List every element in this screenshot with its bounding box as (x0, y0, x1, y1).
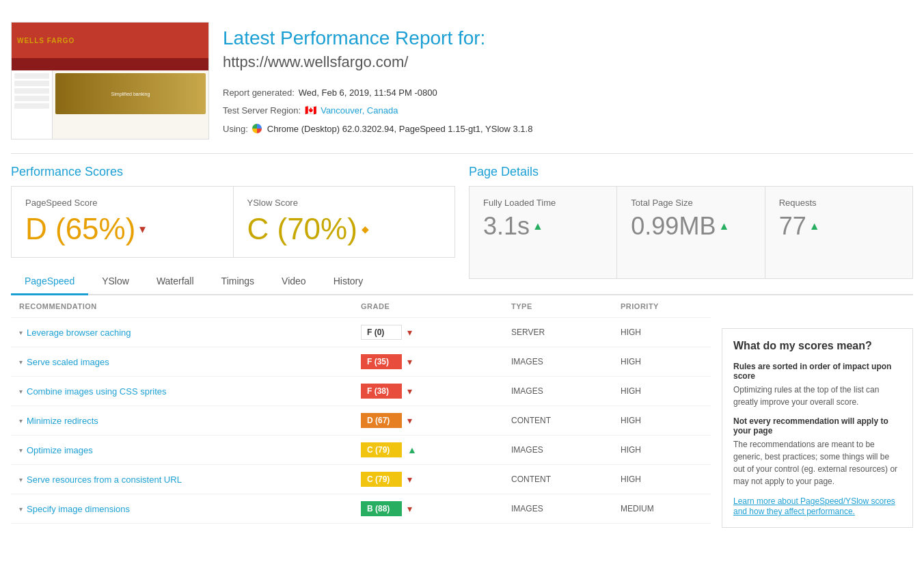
loaded-time-value: 3.1s ▲ (483, 212, 603, 241)
loaded-time-cell: Fully Loaded Time 3.1s ▲ (470, 187, 617, 278)
grade-optimize-images: C (79) ▲ (361, 442, 511, 457)
scores-section: Performance Scores PageSpeed Score D (65… (11, 165, 913, 258)
tab-history[interactable]: History (320, 269, 377, 295)
rec-minimize-redirects[interactable]: Minimize redirects (19, 416, 361, 426)
table-row: Combine images using CSS sprites F (38) … (11, 377, 711, 406)
pagespeed-trend-arrow: ▾ (139, 222, 146, 237)
header-info: Latest Performance Report for: https://w… (223, 22, 913, 139)
pagespeed-score-value: D (65%) ▾ (25, 212, 219, 246)
rec-combine-images[interactable]: Combine images using CSS sprites (19, 386, 361, 397)
scores-grid: PageSpeed Score D (65%) ▾ YSlow Score C … (11, 186, 455, 258)
tab-timings[interactable]: Timings (208, 269, 269, 295)
yslow-score-cell: YSlow Score C (70%) ◆ (234, 187, 455, 257)
table-row: Serve scaled images F (35) ▾ IMAGES HIGH (11, 347, 711, 377)
rec-optimize-images[interactable]: Optimize images (19, 445, 361, 455)
info-section-1-text: Optimizing rules at the top of the list … (733, 384, 901, 408)
priority-serve-consistent: HIGH (621, 475, 703, 484)
rec-specify-image-dimensions[interactable]: Specify image dimensions (19, 504, 361, 514)
recommendations-table: RECOMMENDATION GRADE TYPE PRIORITY Lever… (11, 295, 711, 528)
type-specify-dimensions: IMAGES (511, 504, 621, 513)
arrow-combine-images: ▾ (407, 386, 412, 397)
page-size-number: 0.99MB (631, 212, 716, 241)
priority-minimize-redirects: HIGH (621, 416, 703, 425)
grade-leverage: F (0) ▾ (361, 325, 511, 340)
info-box-title: What do my scores mean? (733, 340, 901, 352)
table-row: Optimize images C (79) ▲ IMAGES HIGH (11, 436, 711, 465)
arrow-minimize-redirects: ▾ (407, 415, 412, 426)
info-section-2-title: Not every recommendation will apply to y… (733, 416, 901, 436)
tab-yslow[interactable]: YSlow (88, 269, 143, 295)
requests-value: 77 ▲ (779, 212, 899, 241)
wells-sidebar (12, 70, 53, 139)
page-size-trend: ▲ (718, 220, 729, 232)
generated-label: Report generated: (223, 85, 295, 101)
pagespeed-score-number: D (65%) (25, 212, 135, 246)
yslow-score-value: C (70%) ◆ (247, 212, 441, 246)
priority-combine-images: HIGH (621, 386, 703, 396)
performance-scores-title: Performance Scores (11, 165, 455, 179)
arrow-leverage: ▾ (407, 327, 412, 338)
using-label: Using: (223, 121, 248, 137)
priority-leverage: HIGH (621, 328, 703, 337)
type-serve-consistent: CONTENT (511, 475, 621, 484)
wells-fargo-logo: WELLS FARGO (17, 37, 74, 44)
grade-combine-images: F (38) ▾ (361, 384, 511, 399)
col-type: TYPE (511, 302, 621, 310)
yslow-score-label: YSlow Score (247, 198, 441, 208)
tab-video[interactable]: Video (268, 269, 320, 295)
arrow-specify-dimensions: ▾ (407, 503, 412, 514)
info-section-2-text: The recommendations are meant to be gene… (733, 438, 901, 487)
grade-specify-dimensions: B (88) ▾ (361, 501, 511, 516)
requests-label: Requests (779, 198, 899, 208)
rec-leverage-browser-caching[interactable]: Leverage browser caching (19, 328, 361, 338)
yslow-trend-icon: ◆ (362, 224, 369, 235)
region-label: Test Server Region: (223, 103, 301, 118)
loaded-time-number: 3.1s (483, 212, 530, 241)
col-recommendation: RECOMMENDATION (19, 302, 361, 310)
type-serve-scaled: IMAGES (511, 357, 621, 366)
col-grade: GRADE (361, 302, 511, 310)
info-section-1-title: Rules are sorted in order of impact upon… (733, 362, 901, 381)
header-section: WELLS FARGO Simplified banking (11, 11, 913, 154)
pagespeed-score-cell: PageSpeed Score D (65%) ▾ (12, 187, 234, 257)
performance-scores-panel: Performance Scores PageSpeed Score D (65… (11, 165, 455, 258)
grade-serve-scaled: F (35) ▾ (361, 354, 511, 369)
tab-waterfall[interactable]: Waterfall (143, 269, 208, 295)
type-combine-images: IMAGES (511, 386, 621, 396)
wells-nav-bar (12, 58, 208, 70)
arrow-serve-consistent: ▾ (407, 474, 412, 485)
content-area: RECOMMENDATION GRADE TYPE PRIORITY Lever… (11, 295, 913, 528)
priority-specify-dimensions: MEDIUM (621, 504, 703, 513)
grade-bar-specify-dimensions: B (88) (361, 501, 402, 516)
table-row: Specify image dimensions B (88) ▾ IMAGES… (11, 494, 711, 524)
type-leverage: SERVER (511, 328, 621, 337)
loaded-time-trend: ▲ (532, 220, 543, 232)
requests-cell: Requests 77 ▲ (765, 187, 912, 278)
wells-content-area: Simplified banking (12, 70, 208, 139)
info-box: What do my scores mean? Rules are sorted… (722, 328, 913, 528)
grade-bar-serve-consistent: C (79) (361, 472, 402, 487)
arrow-optimize-images: ▲ (407, 444, 417, 455)
meta-generated-row: Report generated: Wed, Feb 6, 2019, 11:5… (223, 85, 913, 101)
info-learn-more-link[interactable]: Learn more about PageSpeed/YSlow scores … (733, 496, 895, 516)
details-grid: Fully Loaded Time 3.1s ▲ Total Page Size… (469, 186, 913, 279)
report-title: Latest Performance Report for: (223, 27, 913, 49)
meta-region-row: Test Server Region: 🇨🇦 Vancouver, Canada (223, 102, 913, 119)
canada-flag-icon: 🇨🇦 (305, 102, 316, 119)
priority-serve-scaled: HIGH (621, 357, 703, 366)
col-priority: PRIORITY (621, 302, 703, 310)
type-optimize-images: IMAGES (511, 445, 621, 455)
page-details-title: Page Details (469, 165, 913, 179)
generated-value: Wed, Feb 6, 2019, 11:54 PM -0800 (299, 85, 437, 101)
rec-serve-consistent-url[interactable]: Serve resources from a consistent URL (19, 475, 361, 485)
website-screenshot: WELLS FARGO Simplified banking (12, 23, 208, 139)
table-header: RECOMMENDATION GRADE TYPE PRIORITY (11, 295, 711, 318)
requests-number: 77 (779, 212, 806, 241)
screenshot-box: WELLS FARGO Simplified banking (11, 22, 209, 139)
tab-pagespeed[interactable]: PageSpeed (11, 269, 88, 295)
type-minimize-redirects: CONTENT (511, 416, 621, 425)
grade-bar-combine-images: F (38) (361, 384, 402, 399)
rec-serve-scaled-images[interactable]: Serve scaled images (19, 357, 361, 367)
grade-bar-leverage: F (0) (361, 325, 402, 340)
main-container: WELLS FARGO Simplified banking (0, 0, 924, 539)
